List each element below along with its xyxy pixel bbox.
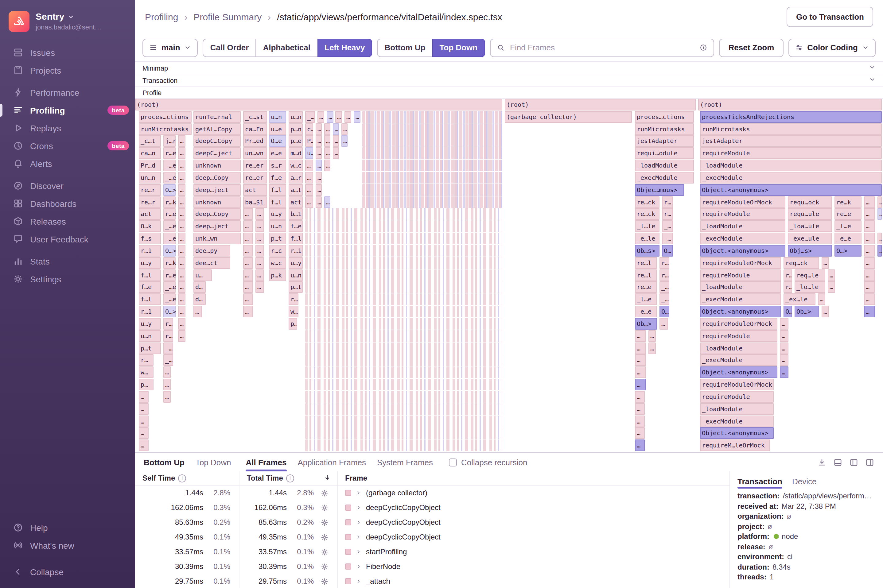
- flamegraph-frame[interactable]: _…: [163, 342, 173, 354]
- sidebar-item-discover[interactable]: Discover: [0, 177, 135, 195]
- color-coding-select[interactable]: Color Coding: [788, 38, 875, 57]
- flamegraph-frame[interactable]: Objec…mous>: [635, 184, 684, 196]
- flamegraph-frame[interactable]: p…k: [269, 269, 286, 281]
- flamegraph-frame[interactable]: _execModule: [635, 172, 694, 183]
- flamegraph-frame[interactable]: _e…e: [635, 306, 657, 317]
- flamegraph-frame[interactable]: c…: [305, 123, 313, 135]
- flamegraph-frame[interactable]: runTe…rnal: [194, 111, 241, 123]
- flamegraph-frame[interactable]: …: [335, 111, 342, 123]
- flamegraph-frame[interactable]: …: [243, 245, 253, 256]
- flamegraph-frame[interactable]: …: [324, 196, 330, 208]
- flamegraph-frame[interactable]: …: [178, 196, 185, 208]
- flamegraph-frame[interactable]: r…e: [163, 208, 176, 220]
- flamegraph-frame[interactable]: r…1: [139, 245, 161, 256]
- flamegraph-frame[interactable]: jestAdapter: [700, 135, 882, 147]
- flamegraph-frame[interactable]: …: [864, 220, 875, 232]
- flamegraph-frame[interactable]: deep…ject: [194, 220, 241, 232]
- flamegraph-frame[interactable]: act: [288, 196, 303, 208]
- flamegraph-frame[interactable]: …: [178, 172, 185, 183]
- flamegraph-frame[interactable]: …: [649, 342, 656, 354]
- flamegraph-frame[interactable]: _c…st: [243, 111, 267, 123]
- flamegraph-frame[interactable]: deepC…ject: [194, 148, 241, 159]
- flamegraph-frame[interactable]: u…: [305, 148, 313, 159]
- flamegraph-frame[interactable]: O…>: [163, 184, 176, 196]
- flamegraph-frame[interactable]: u…n: [269, 220, 286, 232]
- flamegraph-frame[interactable]: …: [255, 257, 264, 269]
- flamegraph-frame[interactable]: Object.<anonymous>: [700, 306, 781, 317]
- table-row[interactable]: 33.57ms0.1%33.57ms0.1%startProfiling: [135, 544, 730, 559]
- flamegraph-frame[interactable]: u…y: [139, 318, 161, 330]
- flamegraph-frame[interactable]: _execModule: [700, 294, 781, 305]
- table-row[interactable]: 85.63ms0.2%85.63ms0.2%deepCyclicCopyObje…: [135, 515, 730, 530]
- flamegraph-frame[interactable]: …: [864, 208, 875, 220]
- flamegraph-frame[interactable]: u…n: [288, 111, 303, 123]
- flamegraph-frame[interactable]: requ…ock: [788, 196, 832, 208]
- flamegraph-frame[interactable]: …: [659, 318, 668, 330]
- flamegraph-frame[interactable]: …: [635, 440, 645, 451]
- flamegraph-frame[interactable]: w…: [139, 367, 153, 378]
- flamegraph-frame[interactable]: r…1: [288, 245, 303, 256]
- flamegraph-frame[interactable]: …: [635, 330, 646, 342]
- flamegraph-frame[interactable]: r…1: [139, 306, 161, 317]
- flamegraph-frame[interactable]: _…e: [163, 232, 176, 244]
- flamegraph-frame[interactable]: r…: [288, 294, 299, 305]
- flamegraph-frame[interactable]: r…c: [269, 245, 286, 256]
- flamegraph-frame[interactable]: re…r: [139, 184, 161, 196]
- expand-chevron-icon[interactable]: [356, 490, 362, 496]
- flamegraph-frame[interactable]: _loadModule: [700, 403, 774, 415]
- flamegraph-frame[interactable]: r…: [662, 196, 673, 208]
- flamegraph-frame[interactable]: requireModule: [700, 330, 777, 342]
- flamegraph-frame[interactable]: requireModule: [700, 208, 785, 220]
- flamegraph-frame[interactable]: r…: [659, 257, 669, 269]
- flamegraph-frame[interactable]: ca…Fn: [243, 123, 267, 135]
- panel-left-icon[interactable]: [849, 458, 859, 467]
- flamegraph-frame[interactable]: …: [635, 391, 645, 403]
- flamegraph-frame[interactable]: _e…le: [635, 232, 659, 244]
- flamegraph-frame[interactable]: u…e: [269, 123, 286, 135]
- flamegraph-frame[interactable]: …: [877, 208, 882, 220]
- flamegraph-frame[interactable]: a…r: [288, 172, 303, 183]
- flamegraph-frame[interactable]: (root): [698, 99, 882, 111]
- flamegraph-frame[interactable]: p…t: [288, 281, 303, 293]
- flamegraph-frame[interactable]: …: [178, 257, 185, 269]
- flamegraph-frame[interactable]: O…k: [139, 220, 161, 232]
- flamegraph-frame[interactable]: _execModule: [700, 232, 785, 244]
- flamegraph-frame[interactable]: re…ck: [635, 196, 659, 208]
- flamegraph-frame[interactable]: (garbage collector): [505, 111, 632, 123]
- segment-top-down[interactable]: Top Down: [432, 38, 485, 57]
- minimap-section-header[interactable]: Minimap: [135, 62, 883, 74]
- flamegraph-frame[interactable]: _c…t: [139, 135, 161, 147]
- flamegraph-frame[interactable]: …: [864, 232, 875, 244]
- segment-alphabetical[interactable]: Alphabetical: [255, 38, 318, 57]
- transaction-section-header[interactable]: Transaction: [135, 74, 883, 87]
- flamegraph-frame[interactable]: p…: [139, 379, 153, 390]
- flamegraph-frame[interactable]: unk…wn: [194, 232, 241, 244]
- flamegraph-frame[interactable]: …: [315, 184, 322, 196]
- flamegraph-frame[interactable]: …: [243, 257, 253, 269]
- flamegraph-frame[interactable]: re…e: [635, 281, 657, 293]
- flamegraph-frame[interactable]: re…r: [139, 196, 161, 208]
- flamegraph-frame[interactable]: f…e: [269, 172, 286, 183]
- flamegraph-frame[interactable]: p…t: [139, 342, 161, 354]
- flamegraph-frame[interactable]: _l…le: [635, 220, 659, 232]
- flamegraph-frame[interactable]: …: [635, 403, 645, 415]
- tab-all-frames[interactable]: All Frames: [246, 453, 287, 471]
- flamegraph[interactable]: (root)(root)(root)proces…ctionsrunTe…rna…: [135, 99, 883, 452]
- panel-right-icon[interactable]: [865, 458, 874, 467]
- tab-system-frames[interactable]: System Frames: [377, 453, 433, 471]
- flamegraph-frame[interactable]: …: [315, 148, 322, 159]
- flamegraph-frame[interactable]: unknown: [194, 160, 241, 171]
- panel-bottom-icon[interactable]: [833, 458, 842, 467]
- flamegraph-frame[interactable]: runMicrotasks: [635, 123, 694, 135]
- sidebar-item-collapse[interactable]: Collapse: [0, 563, 135, 580]
- flamegraph-frame[interactable]: …: [864, 294, 875, 305]
- flamegraph-frame[interactable]: requireModule: [700, 269, 781, 281]
- expand-chevron-icon[interactable]: [356, 519, 362, 525]
- flamegraph-frame[interactable]: …: [139, 428, 149, 439]
- flamegraph-frame[interactable]: f…l: [269, 184, 286, 196]
- flamegraph-frame[interactable]: re…er: [243, 160, 267, 171]
- segment-left-heavy[interactable]: Left Heavy: [317, 38, 372, 57]
- flamegraph-frame[interactable]: u…y: [288, 257, 303, 269]
- flamegraph-frame[interactable]: …: [315, 135, 322, 147]
- flamegraph-frame[interactable]: O…: [659, 306, 669, 317]
